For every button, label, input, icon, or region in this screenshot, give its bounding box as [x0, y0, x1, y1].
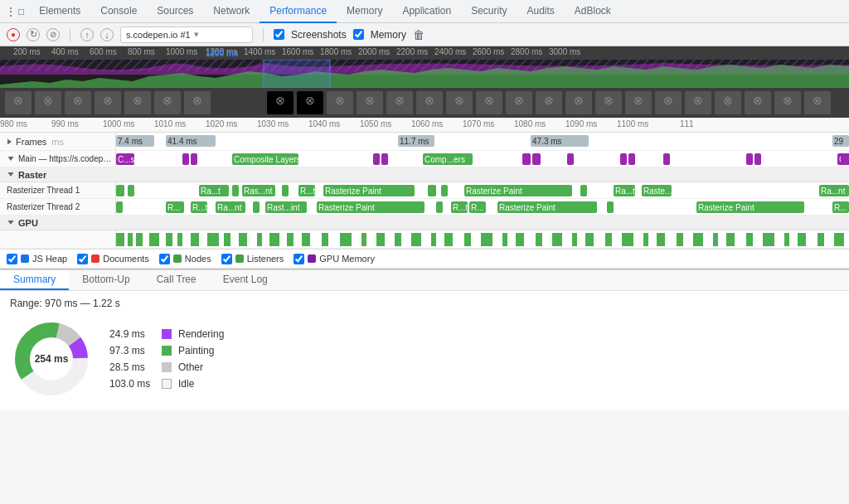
gpu-expand[interactable] — [8, 220, 14, 225]
svg-rect-67 — [287, 233, 294, 246]
tab-network[interactable]: Network — [203, 0, 260, 23]
jsheap-legend[interactable]: JS Heap — [7, 254, 67, 264]
tab-memory[interactable]: Memory — [337, 0, 392, 23]
svg-rect-70 — [340, 233, 352, 246]
frames-label: Frames ms — [0, 133, 116, 150]
cs-bar7 — [532, 153, 541, 165]
donut-chart: 254 ms — [10, 317, 93, 400]
gpumemory-legend[interactable]: GPU Memory — [294, 254, 375, 264]
svg-rect-93 — [746, 233, 753, 246]
dtick-1080: 1080 ms — [514, 119, 546, 128]
detail-ruler: 980 ms 990 ms 1000 ms 1010 ms 1020 ms 10… — [0, 118, 849, 133]
tab-call-tree[interactable]: Call Tree — [143, 270, 210, 290]
timeline-ruler: 200 ms 400 ms 600 ms 800 ms 1000 ms 1200… — [0, 46, 849, 60]
svg-text:⊗: ⊗ — [783, 94, 793, 107]
svg-text:⊗: ⊗ — [723, 94, 733, 107]
r1-bar-rant: Ra...nt — [819, 185, 849, 196]
svg-rect-83 — [572, 233, 577, 246]
r2-bar-r1: R... — [166, 201, 184, 213]
frame-bar-5: 29 — [832, 135, 849, 147]
svg-text:⊗: ⊗ — [305, 94, 315, 107]
raster-expand[interactable] — [8, 172, 14, 177]
r2-bar-rt: R...t — [191, 201, 207, 213]
r2-bar2 — [253, 201, 260, 213]
svg-text:⊗: ⊗ — [514, 94, 524, 107]
cs-bar10 — [628, 153, 635, 165]
documents-legend[interactable]: Documents — [77, 254, 149, 264]
painting-color — [162, 346, 172, 356]
svg-rect-2 — [0, 60, 849, 71]
svg-text:⊗: ⊗ — [424, 94, 434, 107]
raster-header: Raster — [0, 167, 849, 182]
tick-2200ms: 2200 ms — [396, 47, 428, 56]
tab-performance[interactable]: Performance — [260, 0, 337, 23]
download-button[interactable]: ↓ — [100, 28, 114, 41]
dtick-1100: 1100 ms — [617, 119, 648, 128]
r2-bar-rp1: Rasterize Paint — [317, 201, 424, 213]
frames-expand[interactable] — [7, 138, 12, 144]
stop-button[interactable]: ⊘ — [46, 28, 60, 41]
screenshot-strip-svg — [0, 60, 849, 71]
tab-bottom-up[interactable]: Bottom-Up — [69, 270, 143, 290]
svg-rect-71 — [361, 233, 366, 246]
bottom-tabs: Summary Bottom-Up Call Tree Event Log — [0, 270, 849, 291]
performance-toolbar: ● ↻ ⊘ ↑ ↓ s.codepen.io #1 ▾ Screenshots … — [0, 23, 849, 46]
dtick-1020: 1020 ms — [206, 119, 237, 128]
cs-bar12 — [746, 153, 753, 165]
tab-security[interactable]: Security — [461, 0, 517, 23]
range-display: Range: 970 ms — 1.22 s — [10, 298, 839, 309]
refresh-button[interactable]: ↻ — [27, 28, 40, 41]
r1-bar1 — [116, 185, 124, 196]
tab-summary[interactable]: Summary — [0, 270, 69, 290]
tab-audits[interactable]: Audits — [517, 0, 564, 23]
svg-rect-61 — [191, 233, 199, 246]
tick-2600ms: 2600 ms — [473, 47, 504, 56]
tab-adblock[interactable]: AdBlock — [565, 0, 621, 23]
svg-text:⊗: ⊗ — [663, 94, 673, 107]
timeline-overview-bars[interactable] — [0, 60, 849, 88]
main-url: Main — https://s.codepen.io/sfi0zy/debug… — [18, 154, 115, 163]
svg-rect-81 — [536, 233, 542, 246]
cs-bar8 — [567, 153, 574, 165]
main-label: Main — https://s.codepen.io/sfi0zy/debug… — [0, 151, 116, 167]
tab-application[interactable]: Application — [392, 0, 461, 23]
svg-text:⊗: ⊗ — [13, 94, 23, 107]
nodes-legend[interactable]: Nodes — [159, 254, 211, 264]
tab-sources[interactable]: Sources — [147, 0, 203, 23]
dtick-980: 980 ms — [0, 119, 27, 128]
svg-text:⊗: ⊗ — [163, 94, 172, 107]
cs-bar13 — [754, 153, 761, 165]
rasterizer1-content: Ra...t Ras...nt R...t Rasterize Paint Ra… — [116, 182, 849, 198]
flamechart-area: 980 ms 990 ms 1000 ms 1010 ms 1020 ms 10… — [0, 118, 849, 249]
clear-button[interactable]: 🗑 — [413, 28, 424, 41]
main-expand[interactable] — [8, 157, 14, 161]
svg-rect-95 — [784, 233, 789, 246]
listeners-legend[interactable]: Listeners — [221, 254, 284, 264]
cs-bar14 — [841, 153, 849, 165]
selection-label: 1200 ms — [206, 49, 238, 58]
cs-bar2 — [182, 153, 189, 165]
r1-bar-rat: Ra...t — [614, 185, 635, 196]
record-button[interactable]: ● — [7, 28, 20, 41]
rasterizer2-label: Rasterizer Thread 2 — [0, 199, 116, 215]
r1-bar6 — [441, 185, 448, 196]
legend-other: 28.5 ms Other — [109, 361, 224, 373]
svg-text:⊗: ⊗ — [813, 94, 822, 107]
upload-button[interactable]: ↑ — [80, 28, 94, 41]
rasterizer1-track: Rasterizer Thread 1 Ra...t Ras...nt R...… — [0, 182, 849, 199]
screenshots-checkbox[interactable]: Screenshots — [274, 29, 347, 41]
composite-bar: Composite Layers — [232, 153, 298, 165]
dock-icon: □ — [18, 6, 24, 17]
separator — [70, 28, 70, 41]
dtick-1000: 1000 ms — [103, 119, 134, 128]
svg-rect-76 — [444, 233, 453, 246]
tab-elements[interactable]: Elements — [29, 0, 90, 23]
tab-console[interactable]: Console — [90, 0, 147, 23]
r2-bar-rast: Rast...int — [265, 201, 307, 213]
tick-800ms: 800 ms — [128, 47, 155, 56]
memory-checkbox[interactable]: Memory — [353, 29, 406, 41]
screenshot-icons: ⊗ ⊗ ⊗ ⊗ ⊗ ⊗ ⊗ ⊗ ⊗ ⊗ ⊗ ⊗ ⊗ ⊗ ⊗ ⊗ ⊗ ⊗ — [3, 88, 846, 118]
svg-rect-55 — [116, 233, 124, 246]
tab-event-log[interactable]: Event Log — [210, 270, 281, 290]
cs-bar9 — [620, 153, 627, 165]
